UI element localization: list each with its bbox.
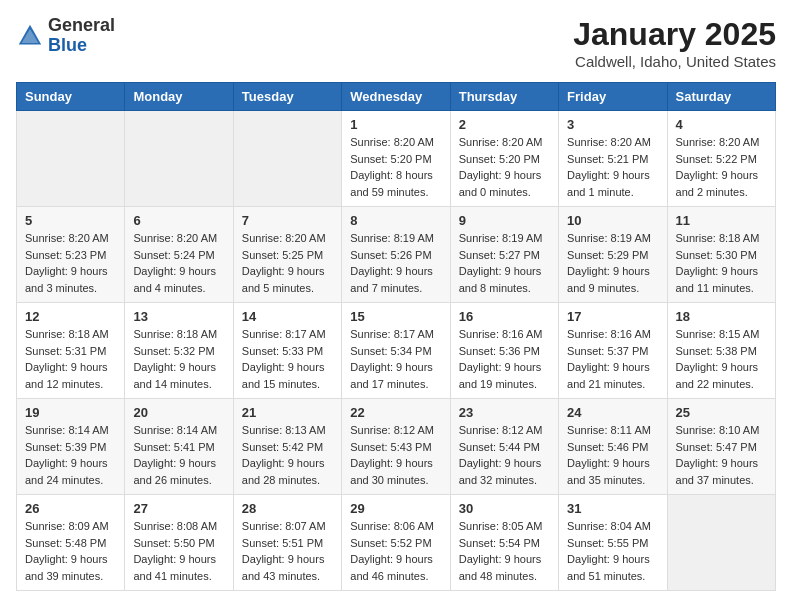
sunrise-text: Sunrise: 8:04 AM <box>567 520 651 532</box>
daylight-text: Daylight: 9 hours and 28 minutes. <box>242 457 325 486</box>
daylight-text: Daylight: 9 hours and 1 minute. <box>567 169 650 198</box>
calendar-day-cell: 7 Sunrise: 8:20 AM Sunset: 5:25 PM Dayli… <box>233 207 341 303</box>
day-number: 25 <box>676 405 767 420</box>
calendar-day-cell: 2 Sunrise: 8:20 AM Sunset: 5:20 PM Dayli… <box>450 111 558 207</box>
day-info: Sunrise: 8:20 AM Sunset: 5:20 PM Dayligh… <box>459 134 550 200</box>
day-number: 18 <box>676 309 767 324</box>
calendar-day-cell: 23 Sunrise: 8:12 AM Sunset: 5:44 PM Dayl… <box>450 399 558 495</box>
day-number: 22 <box>350 405 441 420</box>
sunset-text: Sunset: 5:26 PM <box>350 249 431 261</box>
logo-text: General Blue <box>48 16 115 56</box>
daylight-text: Daylight: 9 hours and 30 minutes. <box>350 457 433 486</box>
day-number: 23 <box>459 405 550 420</box>
day-info: Sunrise: 8:17 AM Sunset: 5:34 PM Dayligh… <box>350 326 441 392</box>
daylight-text: Daylight: 9 hours and 15 minutes. <box>242 361 325 390</box>
calendar-day-cell: 28 Sunrise: 8:07 AM Sunset: 5:51 PM Dayl… <box>233 495 341 591</box>
logo-general: General <box>48 16 115 36</box>
day-info: Sunrise: 8:20 AM Sunset: 5:24 PM Dayligh… <box>133 230 224 296</box>
sunrise-text: Sunrise: 8:18 AM <box>25 328 109 340</box>
sunset-text: Sunset: 5:30 PM <box>676 249 757 261</box>
day-number: 10 <box>567 213 658 228</box>
calendar-week-row: 26 Sunrise: 8:09 AM Sunset: 5:48 PM Dayl… <box>17 495 776 591</box>
daylight-text: Daylight: 9 hours and 11 minutes. <box>676 265 759 294</box>
calendar-day-cell <box>125 111 233 207</box>
day-info: Sunrise: 8:20 AM Sunset: 5:21 PM Dayligh… <box>567 134 658 200</box>
day-info: Sunrise: 8:18 AM Sunset: 5:32 PM Dayligh… <box>133 326 224 392</box>
page-title: January 2025 <box>573 16 776 53</box>
daylight-text: Daylight: 9 hours and 17 minutes. <box>350 361 433 390</box>
calendar-day-cell: 16 Sunrise: 8:16 AM Sunset: 5:36 PM Dayl… <box>450 303 558 399</box>
calendar-day-cell: 30 Sunrise: 8:05 AM Sunset: 5:54 PM Dayl… <box>450 495 558 591</box>
sunrise-text: Sunrise: 8:19 AM <box>459 232 543 244</box>
sunset-text: Sunset: 5:54 PM <box>459 537 540 549</box>
sunset-text: Sunset: 5:25 PM <box>242 249 323 261</box>
day-info: Sunrise: 8:07 AM Sunset: 5:51 PM Dayligh… <box>242 518 333 584</box>
calendar-day-cell: 8 Sunrise: 8:19 AM Sunset: 5:26 PM Dayli… <box>342 207 450 303</box>
calendar-day-cell: 27 Sunrise: 8:08 AM Sunset: 5:50 PM Dayl… <box>125 495 233 591</box>
calendar-week-row: 12 Sunrise: 8:18 AM Sunset: 5:31 PM Dayl… <box>17 303 776 399</box>
calendar-day-cell: 14 Sunrise: 8:17 AM Sunset: 5:33 PM Dayl… <box>233 303 341 399</box>
sunset-text: Sunset: 5:20 PM <box>459 153 540 165</box>
daylight-text: Daylight: 9 hours and 2 minutes. <box>676 169 759 198</box>
weekday-header: Wednesday <box>342 83 450 111</box>
day-number: 24 <box>567 405 658 420</box>
calendar-day-cell: 6 Sunrise: 8:20 AM Sunset: 5:24 PM Dayli… <box>125 207 233 303</box>
calendar-day-cell: 19 Sunrise: 8:14 AM Sunset: 5:39 PM Dayl… <box>17 399 125 495</box>
daylight-text: Daylight: 9 hours and 35 minutes. <box>567 457 650 486</box>
sunset-text: Sunset: 5:29 PM <box>567 249 648 261</box>
day-info: Sunrise: 8:18 AM Sunset: 5:30 PM Dayligh… <box>676 230 767 296</box>
daylight-text: Daylight: 9 hours and 39 minutes. <box>25 553 108 582</box>
day-info: Sunrise: 8:10 AM Sunset: 5:47 PM Dayligh… <box>676 422 767 488</box>
sunrise-text: Sunrise: 8:14 AM <box>133 424 217 436</box>
sunset-text: Sunset: 5:38 PM <box>676 345 757 357</box>
weekday-header: Tuesday <box>233 83 341 111</box>
calendar-day-cell <box>17 111 125 207</box>
day-number: 16 <box>459 309 550 324</box>
daylight-text: Daylight: 9 hours and 26 minutes. <box>133 457 216 486</box>
sunrise-text: Sunrise: 8:12 AM <box>350 424 434 436</box>
calendar-day-cell: 20 Sunrise: 8:14 AM Sunset: 5:41 PM Dayl… <box>125 399 233 495</box>
sunset-text: Sunset: 5:43 PM <box>350 441 431 453</box>
sunrise-text: Sunrise: 8:20 AM <box>459 136 543 148</box>
calendar-day-cell: 1 Sunrise: 8:20 AM Sunset: 5:20 PM Dayli… <box>342 111 450 207</box>
day-info: Sunrise: 8:16 AM Sunset: 5:37 PM Dayligh… <box>567 326 658 392</box>
day-number: 8 <box>350 213 441 228</box>
calendar-day-cell: 22 Sunrise: 8:12 AM Sunset: 5:43 PM Dayl… <box>342 399 450 495</box>
weekday-header: Sunday <box>17 83 125 111</box>
logo-icon <box>16 22 44 50</box>
sunrise-text: Sunrise: 8:07 AM <box>242 520 326 532</box>
sunrise-text: Sunrise: 8:14 AM <box>25 424 109 436</box>
calendar-day-cell: 26 Sunrise: 8:09 AM Sunset: 5:48 PM Dayl… <box>17 495 125 591</box>
day-number: 5 <box>25 213 116 228</box>
page-header: General Blue January 2025 Caldwell, Idah… <box>16 16 776 70</box>
day-number: 30 <box>459 501 550 516</box>
daylight-text: Daylight: 9 hours and 7 minutes. <box>350 265 433 294</box>
sunset-text: Sunset: 5:47 PM <box>676 441 757 453</box>
day-number: 21 <box>242 405 333 420</box>
calendar-week-row: 5 Sunrise: 8:20 AM Sunset: 5:23 PM Dayli… <box>17 207 776 303</box>
daylight-text: Daylight: 9 hours and 14 minutes. <box>133 361 216 390</box>
day-number: 12 <box>25 309 116 324</box>
sunset-text: Sunset: 5:39 PM <box>25 441 106 453</box>
daylight-text: Daylight: 9 hours and 43 minutes. <box>242 553 325 582</box>
day-number: 1 <box>350 117 441 132</box>
calendar-day-cell: 21 Sunrise: 8:13 AM Sunset: 5:42 PM Dayl… <box>233 399 341 495</box>
calendar-day-cell: 13 Sunrise: 8:18 AM Sunset: 5:32 PM Dayl… <box>125 303 233 399</box>
daylight-text: Daylight: 9 hours and 3 minutes. <box>25 265 108 294</box>
logo: General Blue <box>16 16 115 56</box>
day-info: Sunrise: 8:12 AM Sunset: 5:43 PM Dayligh… <box>350 422 441 488</box>
day-number: 13 <box>133 309 224 324</box>
sunrise-text: Sunrise: 8:05 AM <box>459 520 543 532</box>
daylight-text: Daylight: 9 hours and 32 minutes. <box>459 457 542 486</box>
day-number: 9 <box>459 213 550 228</box>
daylight-text: Daylight: 9 hours and 4 minutes. <box>133 265 216 294</box>
sunset-text: Sunset: 5:32 PM <box>133 345 214 357</box>
daylight-text: Daylight: 9 hours and 22 minutes. <box>676 361 759 390</box>
calendar-day-cell: 4 Sunrise: 8:20 AM Sunset: 5:22 PM Dayli… <box>667 111 775 207</box>
sunrise-text: Sunrise: 8:12 AM <box>459 424 543 436</box>
sunrise-text: Sunrise: 8:20 AM <box>25 232 109 244</box>
day-info: Sunrise: 8:05 AM Sunset: 5:54 PM Dayligh… <box>459 518 550 584</box>
day-number: 6 <box>133 213 224 228</box>
weekday-header: Saturday <box>667 83 775 111</box>
weekday-header: Monday <box>125 83 233 111</box>
